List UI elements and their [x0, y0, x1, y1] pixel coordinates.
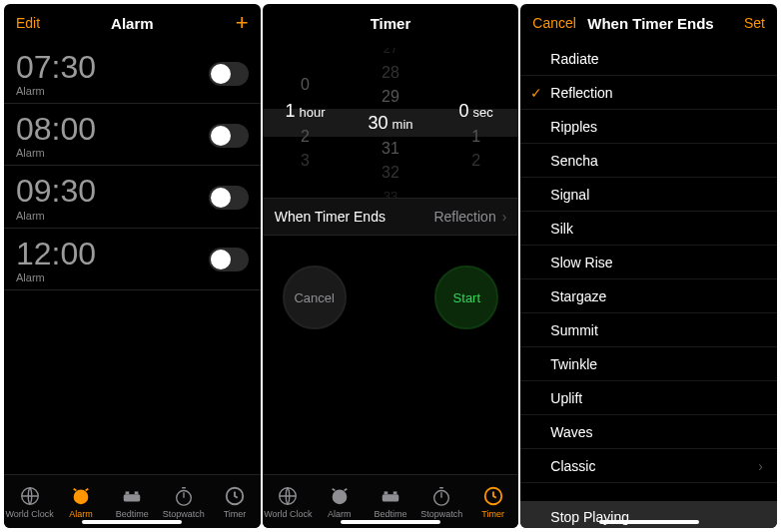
tab-timer[interactable]: Timer [467, 475, 518, 528]
tab-world-clock[interactable]: World Clock [263, 475, 314, 528]
sound-name: Signal [550, 187, 589, 203]
svg-point-9 [332, 489, 347, 504]
sound-name: Stargaze [550, 288, 606, 304]
home-indicator[interactable] [341, 520, 440, 524]
sound-row[interactable]: Waves [520, 415, 777, 449]
sound-row[interactable]: Summit [520, 313, 777, 347]
when-timer-ends-row[interactable]: When Timer Ends Reflection› [263, 198, 519, 236]
alarm-label: Alarm [16, 271, 96, 283]
sound-row[interactable]: Sencha [520, 144, 777, 178]
alarm-row[interactable]: 08:00Alarm [4, 104, 261, 166]
sound-row[interactable]: Radiate [520, 42, 777, 76]
sound-name: Sencha [550, 153, 597, 169]
timer-content: 0 1hour 2 3 27 28 29 30min 31 32 33 0sec [263, 42, 519, 474]
cancel-button[interactable]: Cancel [532, 15, 576, 31]
sound-name: Summit [550, 322, 597, 338]
bedtime-icon [380, 485, 401, 507]
cancel-button[interactable]: Cancel [283, 266, 347, 329]
chevron-right-icon: › [502, 209, 507, 225]
alarm-toggle[interactable] [209, 62, 249, 86]
world-clock-icon [19, 485, 41, 507]
timer-screen: Timer 0 1hour 2 3 27 28 29 30min 31 32 [263, 4, 519, 528]
sound-row[interactable]: Silk [520, 212, 777, 246]
timer-icon [224, 485, 246, 507]
sound-name: Uplift [550, 390, 582, 406]
sound-name: Waves [550, 424, 592, 440]
alarm-title: Alarm [111, 15, 154, 32]
alarm-screen: Edit Alarm + 07:30Alarm08:00Alarm09:30Al… [4, 4, 261, 528]
alarm-row[interactable]: 09:30Alarm [4, 166, 261, 228]
ends-value: Reflection [433, 209, 495, 225]
chevron-right-icon: › [758, 458, 763, 474]
svg-point-1 [74, 489, 89, 504]
svg-rect-2 [80, 492, 82, 497]
sound-row[interactable]: Uplift [520, 381, 777, 415]
sound-name: Silk [550, 221, 573, 237]
alarm-icon [70, 485, 92, 507]
alarm-list: 07:30Alarm08:00Alarm09:30Alarm12:00Alarm [4, 42, 261, 474]
svg-rect-13 [393, 491, 397, 494]
alarm-label: Alarm [16, 85, 96, 97]
sound-row[interactable]: Reflection [520, 76, 777, 110]
stopwatch-icon [173, 485, 195, 507]
ends-label: When Timer Ends [275, 209, 386, 225]
navbar-alarm: Edit Alarm + [4, 4, 261, 42]
sound-list[interactable]: RadiateReflectionRipplesSenchaSignalSilk… [520, 42, 777, 528]
sound-name: Radiate [550, 51, 598, 67]
tab-timer[interactable]: Timer [209, 475, 260, 528]
sound-row[interactable]: Signal [520, 178, 777, 212]
tab-label: Stopwatch [420, 509, 462, 519]
tab-label: World Clock [5, 509, 53, 519]
alarm-icon [329, 485, 351, 507]
alarm-time: 12:00 [16, 237, 96, 271]
tab-label: Alarm [69, 509, 93, 519]
svg-rect-4 [126, 491, 130, 494]
sound-name: Ripples [550, 119, 597, 135]
alarm-time: 09:30 [16, 174, 96, 209]
alarm-row[interactable]: 12:00Alarm [4, 229, 261, 290]
sound-row[interactable]: Twinkle [520, 347, 777, 381]
picker-mins[interactable]: 27 28 29 30min 31 32 33 [348, 48, 433, 198]
sounds-title: When Timer Ends [587, 15, 713, 32]
add-alarm-button[interactable]: + [209, 12, 249, 34]
start-button[interactable]: Start [434, 266, 498, 329]
time-picker[interactable]: 0 1hour 2 3 27 28 29 30min 31 32 33 0sec [263, 48, 519, 198]
navbar-sounds: Cancel When Timer Ends Set [520, 4, 777, 42]
stopwatch-icon [430, 485, 452, 507]
bedtime-icon [121, 485, 143, 507]
edit-button[interactable]: Edit [16, 15, 56, 31]
tab-label: Bedtime [374, 509, 406, 519]
alarm-label: Alarm [16, 210, 96, 222]
alarm-row[interactable]: 07:30Alarm [4, 42, 261, 104]
tab-world-clock[interactable]: World Clock [4, 475, 55, 528]
alarm-toggle[interactable] [209, 186, 249, 210]
svg-rect-3 [124, 494, 141, 501]
picker-secs[interactable]: 0sec 1 2 [433, 48, 519, 198]
navbar-timer: Timer [263, 4, 519, 42]
timer-icon [482, 485, 504, 507]
tab-label: World Clock [264, 509, 312, 519]
sound-row[interactable]: Stargaze [520, 279, 777, 313]
set-button[interactable]: Set [725, 15, 765, 31]
svg-rect-11 [383, 494, 399, 501]
home-indicator[interactable] [82, 520, 182, 524]
alarm-toggle[interactable] [209, 248, 249, 271]
sound-row[interactable]: Slow Rise [520, 246, 777, 279]
sound-name: Classic [550, 458, 595, 474]
svg-rect-12 [385, 491, 389, 494]
sound-name: Reflection [550, 85, 612, 101]
tab-label: Timer [481, 509, 504, 519]
svg-rect-10 [339, 492, 341, 497]
tab-label: Bedtime [116, 509, 149, 519]
tab-label: Alarm [328, 509, 352, 519]
alarm-time: 08:00 [16, 112, 96, 147]
picker-hours[interactable]: 0 1hour 2 3 [263, 48, 349, 198]
sound-row[interactable]: Classic› [520, 449, 777, 483]
home-indicator[interactable] [599, 520, 699, 524]
tab-label: Stopwatch [163, 509, 205, 519]
sound-row[interactable]: Ripples [520, 110, 777, 144]
tab-label: Timer [224, 509, 247, 519]
alarm-toggle[interactable] [209, 124, 249, 148]
sound-name: Slow Rise [550, 255, 612, 270]
sound-name: Twinkle [550, 356, 597, 372]
